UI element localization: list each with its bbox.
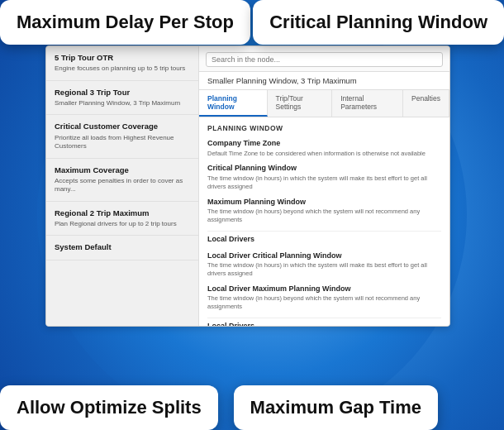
setting-local-drivers-title: Local Drivers	[207, 235, 441, 245]
setting-critical-planning: Critical Planning Window The time window…	[207, 164, 441, 190]
sidebar-item-regional3-title: Regional 3 Trip Tour	[55, 88, 190, 98]
tabs-row: Planning Window Trip/Tour Settings Inter…	[199, 90, 449, 117]
setting-critical-planning-desc: The time window (in hours) in which the …	[207, 174, 441, 191]
sidebar-item-system-default-title: System Default	[55, 242, 190, 252]
tab-penalties[interactable]: Penalties	[403, 90, 449, 117]
setting-local-critical: Local Driver Critical Planning Window Th…	[207, 251, 441, 278]
setting-local-drivers-header: Local Drivers	[207, 235, 441, 245]
search-input[interactable]	[206, 52, 443, 67]
popup-maximum-delay-label: Maximum Delay Per Stop	[17, 12, 234, 33]
setting-company-timezone-title: Company Time Zone	[207, 139, 441, 149]
setting-company-timezone: Company Time Zone Default Time Zone to b…	[207, 139, 441, 157]
setting-local-max-desc: The time window (in hours) beyond which …	[207, 294, 441, 311]
setting-max-planning: Maximum Planning Window The time window …	[207, 198, 441, 224]
content-title-text: Smaller Planning Window, 3 Trip Maximum	[207, 76, 441, 85]
sidebar-item-regional3[interactable]: Regional 3 Trip Tour Smaller Planning Wi…	[46, 81, 198, 116]
popup-critical-planning: Critical Planning Window	[253, 0, 504, 45]
left-sidebar: 5 Trip Tour OTR Engine focuses on planni…	[46, 46, 199, 326]
sidebar-item-critical-customer-title: Critical Customer Coverage	[55, 122, 190, 131]
setting-local-critical-desc: The time window (in hours) in which the …	[207, 261, 441, 278]
setting-local-max-title: Local Driver Maximum Planning Window	[207, 284, 441, 294]
tab-internal-params[interactable]: Internal Parameters	[332, 90, 403, 117]
search-bar	[199, 46, 449, 72]
setting-local-drivers-header2: Local Drivers	[207, 322, 441, 326]
popup-allow-optimize-label: Allow Optimize Splits	[17, 397, 202, 418]
popup-max-gap: Maximum Gap Time	[234, 385, 438, 430]
sidebar-item-max-coverage[interactable]: Maximum Coverage Accepts some penalties …	[46, 159, 198, 202]
setting-critical-planning-title: Critical Planning Window	[207, 164, 441, 174]
popup-critical-planning-label: Critical Planning Window	[269, 12, 487, 33]
planning-window-content: PLANNING WINDOW Company Time Zone Defaul…	[199, 117, 449, 326]
app-panel: 5 Trip Tour OTR Engine focuses on planni…	[45, 45, 450, 327]
sidebar-item-regional2-title: Regional 2 Trip Maximum	[55, 208, 190, 218]
sidebar-item-regional2[interactable]: Regional 2 Trip Maximum Plan Regional dr…	[46, 202, 198, 236]
section-header: PLANNING WINDOW	[207, 124, 441, 132]
sidebar-item-regional3-desc: Smaller Planning Window, 3 Trip Maximum	[55, 99, 190, 108]
popup-max-gap-label: Maximum Gap Time	[250, 397, 421, 418]
setting-local-max: Local Driver Maximum Planning Window The…	[207, 284, 441, 311]
setting-local-drivers-title2: Local Drivers	[207, 322, 441, 326]
right-content: Smaller Planning Window, 3 Trip Maximum …	[199, 46, 449, 326]
sidebar-item-5trip-desc: Engine focuses on planning up to 5 trip …	[55, 64, 190, 73]
popup-maximum-delay: Maximum Delay Per Stop	[0, 0, 250, 45]
setting-local-critical-title: Local Driver Critical Planning Window	[207, 251, 441, 261]
divider-1	[207, 231, 441, 232]
sidebar-item-critical-customer[interactable]: Critical Customer Coverage Prioritize al…	[46, 115, 198, 158]
setting-max-planning-desc: The time window (in hours) beyond which …	[207, 208, 441, 224]
sidebar-item-5trip-title: 5 Trip Tour OTR	[55, 53, 190, 63]
sidebar-item-max-coverage-title: Maximum Coverage	[55, 165, 190, 175]
divider-2	[207, 318, 441, 318]
sidebar-item-max-coverage-desc: Accepts some penalties in order to cover…	[55, 177, 190, 194]
sidebar-item-regional2-desc: Plan Regional drivers for up to 2 trip t…	[55, 220, 190, 228]
setting-company-timezone-desc: Default Time Zone to be considered when …	[207, 150, 441, 158]
setting-max-planning-title: Maximum Planning Window	[207, 198, 441, 208]
tab-trip-tour[interactable]: Trip/Tour Settings	[268, 90, 333, 117]
sidebar-item-critical-customer-desc: Prioritize all loads from Highest Revenu…	[55, 134, 190, 151]
sidebar-item-5trip[interactable]: 5 Trip Tour OTR Engine focuses on planni…	[46, 46, 198, 81]
content-title-area: Smaller Planning Window, 3 Trip Maximum	[199, 72, 449, 90]
popup-allow-optimize: Allow Optimize Splits	[0, 385, 218, 430]
sidebar-item-system-default[interactable]: System Default	[46, 236, 198, 260]
tab-planning-window[interactable]: Planning Window	[199, 90, 268, 117]
